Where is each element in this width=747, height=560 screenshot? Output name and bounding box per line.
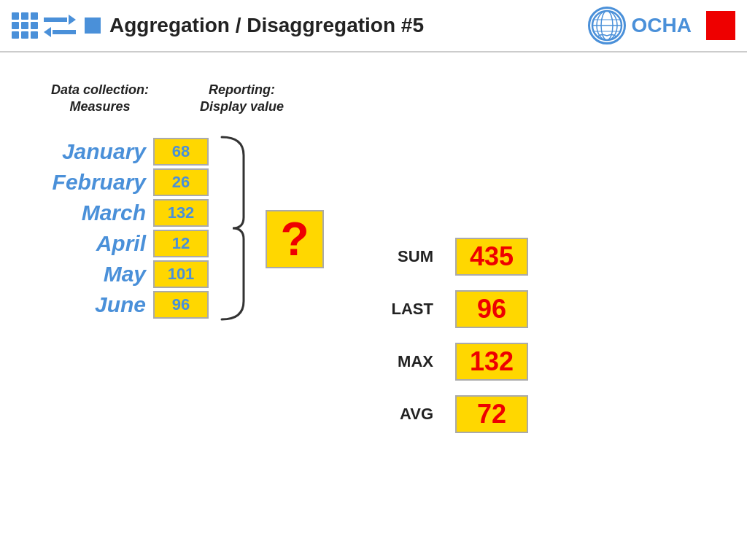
stat-row: LAST96	[382, 290, 528, 328]
stat-label: SUM	[382, 247, 433, 266]
red-square-indicator	[706, 11, 735, 40]
month-label: June	[44, 292, 146, 317]
stat-label: AVG	[382, 405, 433, 424]
data-collection-label: Data collection:Measures	[51, 82, 149, 116]
dots-grid-icon	[12, 12, 38, 39]
header-icon	[12, 12, 101, 39]
left-section: Data collection:Measures Reporting:Displ…	[44, 82, 324, 545]
stat-row: MAX132	[382, 343, 528, 381]
stat-value-box: 132	[455, 343, 528, 381]
month-label: January	[44, 139, 146, 164]
month-value-box: 132	[153, 199, 209, 227]
month-row: February26	[44, 168, 209, 196]
month-label: May	[44, 262, 146, 287]
stat-label: LAST	[382, 300, 433, 319]
month-row: May101	[44, 260, 209, 288]
month-label: February	[44, 170, 146, 195]
month-value-box: 68	[153, 138, 209, 166]
month-value-box: 96	[153, 291, 209, 319]
month-value-box: 12	[153, 230, 209, 257]
stat-row: AVG72	[382, 395, 528, 433]
stats-section: SUM435LAST96MAX132AVG72	[382, 125, 528, 545]
month-label: April	[44, 231, 146, 256]
months-container: January68February26March132April12May101…	[44, 133, 324, 323]
question-box-area: ?	[266, 210, 324, 268]
header: Aggregation / Disaggregation #5 OCHA	[0, 0, 747, 52]
months-list: January68February26March132April12May101…	[44, 138, 209, 319]
month-value-box: 26	[153, 168, 209, 196]
month-row: April12	[44, 230, 209, 257]
question-mark-box: ?	[266, 210, 324, 268]
month-row: June96	[44, 291, 209, 319]
stat-label: MAX	[382, 352, 433, 371]
column-labels: Data collection:Measures Reporting:Displ…	[44, 82, 284, 116]
ocha-circle-icon	[588, 7, 626, 44]
month-row: January68	[44, 138, 209, 166]
ocha-label: OCHA	[632, 14, 692, 37]
reporting-label-text: Reporting:Display value	[200, 82, 284, 116]
curly-brace-icon	[214, 133, 251, 323]
stat-row: SUM435	[382, 238, 528, 276]
month-value-box: 101	[153, 260, 209, 288]
blue-square-icon	[85, 18, 101, 34]
main-content: Data collection:Measures Reporting:Displ…	[0, 52, 747, 560]
stat-value-box: 96	[455, 290, 528, 328]
ocha-logo: OCHA	[588, 7, 735, 44]
arrows-icon	[44, 15, 76, 37]
stat-value-box: 435	[455, 238, 528, 276]
month-row: March132	[44, 199, 209, 227]
stat-value-box: 72	[455, 395, 528, 433]
page-title: Aggregation / Disaggregation #5	[109, 14, 588, 37]
month-label: March	[44, 201, 146, 225]
